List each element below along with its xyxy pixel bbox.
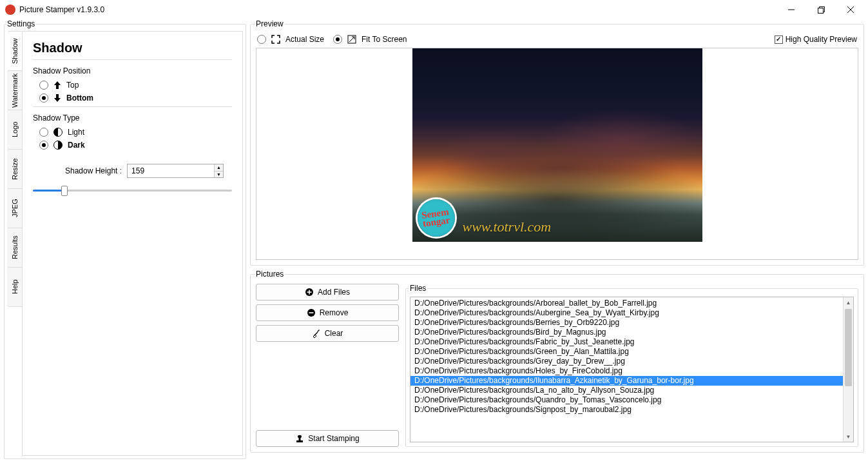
shadow-height-label: Shadow Height : [65, 166, 122, 175]
file-row[interactable]: D:/OneDrive/Pictures/backgrounds/Signpos… [410, 405, 843, 415]
start-stamping-button[interactable]: Start Stamping [256, 430, 399, 447]
preview-panel: Preview Actual Size [250, 19, 864, 266]
radio-label: Bottom [66, 94, 93, 103]
file-row[interactable]: D:/OneDrive/Pictures/backgrounds/Holes_b… [410, 366, 843, 376]
radio-icon [39, 94, 48, 103]
radio-fit-to-screen[interactable]: Fit To Screen [333, 35, 407, 44]
arrow-down-icon [53, 94, 61, 103]
tab-watermark[interactable]: Watermark [7, 70, 23, 110]
scroll-up-icon[interactable]: ▲ [844, 297, 853, 308]
high-quality-checkbox[interactable] [775, 35, 783, 44]
arrow-up-icon [53, 81, 61, 90]
file-row[interactable]: D:/OneDrive/Pictures/backgrounds/Quandro… [410, 395, 843, 405]
radio-icon [333, 35, 342, 44]
shadow-position-label: Shadow Position [33, 66, 232, 75]
divider [33, 106, 232, 107]
stamp-text: Senemtongar [421, 208, 451, 228]
radio-icon [39, 81, 48, 90]
file-row[interactable]: D:/OneDrive/Pictures/backgrounds/Arborea… [410, 299, 843, 308]
tab-jpeg[interactable]: JPEG [7, 188, 23, 228]
shadow-heading: Shadow [33, 41, 232, 55]
file-row[interactable]: D:/OneDrive/Pictures/backgrounds/Grey_da… [410, 357, 843, 366]
tab-results[interactable]: Results [7, 228, 23, 268]
svg-rect-1 [818, 8, 823, 13]
file-row[interactable]: D:/OneDrive/Pictures/backgrounds/Green_b… [410, 347, 843, 357]
radio-label: Actual Size [285, 35, 324, 44]
file-row[interactable]: D:/OneDrive/Pictures/backgrounds/Fabric_… [410, 337, 843, 347]
shadow-height-spinner[interactable]: ▲ ▼ [127, 164, 224, 178]
divider [33, 59, 232, 60]
tab-logo[interactable]: Logo [7, 110, 23, 150]
window-buttons [776, 0, 865, 19]
radio-label: Dark [68, 141, 85, 150]
files-listbox[interactable]: D:/OneDrive/Pictures/backgrounds/Arborea… [410, 297, 854, 442]
file-row[interactable]: D:/OneDrive/Pictures/backgrounds/Bird_by… [410, 328, 843, 337]
settings-legend: Settings [6, 19, 36, 28]
radio-icon [39, 141, 48, 150]
pictures-panel: Pictures Add Files Remove [250, 270, 864, 453]
tab-help[interactable]: Help [7, 267, 23, 307]
preview-image: Senemtongar www.totrvl.com [412, 48, 702, 242]
minimize-button[interactable] [776, 0, 806, 19]
svg-rect-12 [296, 440, 303, 442]
titlebar: Picture Stamper v1.9.3.0 [0, 0, 868, 19]
scrollbar[interactable]: ▲ ▼ [843, 297, 853, 442]
file-row[interactable]: D:/OneDrive/Pictures/backgrounds/Ilunaba… [410, 376, 843, 386]
app-icon [5, 5, 15, 15]
spinner-down[interactable]: ▼ [215, 172, 223, 178]
tab-shadow[interactable]: Shadow [7, 31, 23, 71]
fit-icon [347, 35, 356, 44]
shadow-height-input[interactable] [128, 164, 214, 177]
watermark-text: www.totrvl.com [463, 219, 552, 235]
button-label: Clear [325, 329, 343, 338]
radio-type-light[interactable]: Light [39, 128, 232, 137]
files-legend: Files [409, 284, 427, 293]
add-files-button[interactable]: Add Files [256, 284, 399, 300]
slider-fill [33, 190, 64, 192]
slider-thumb[interactable] [61, 186, 68, 196]
close-button[interactable] [836, 0, 865, 19]
radio-actual-size[interactable]: Actual Size [257, 35, 324, 44]
shadow-height-slider[interactable] [33, 184, 232, 196]
half-circle-dark-icon [53, 141, 63, 150]
tab-resize[interactable]: Resize [7, 149, 23, 189]
radio-label: Top [66, 81, 79, 90]
button-label: Add Files [318, 288, 350, 297]
file-row[interactable]: D:/OneDrive/Pictures/backgrounds/Berries… [410, 318, 843, 328]
preview-viewport: Senemtongar www.totrvl.com [256, 48, 858, 260]
clear-button[interactable]: Clear [256, 325, 399, 342]
pictures-legend: Pictures [255, 270, 285, 279]
maximize-button[interactable] [806, 0, 836, 19]
app-title: Picture Stamper v1.9.3.0 [19, 5, 104, 14]
app-window: Picture Stamper v1.9.3.0 Settings [0, 0, 868, 463]
radio-position-top[interactable]: Top [39, 81, 232, 90]
spinner-up[interactable]: ▲ [215, 164, 223, 172]
settings-tab-body: Shadow Shadow Position Top Bottom [22, 31, 243, 456]
broom-icon [312, 329, 321, 338]
minus-circle-icon [307, 308, 316, 317]
stamp-icon [295, 434, 304, 443]
high-quality-label: High Quality Preview [786, 35, 857, 44]
settings-panel: Settings ShadowWatermarkLogoResizeJPEGRe… [4, 19, 246, 459]
close-icon [847, 6, 854, 13]
radio-position-bottom[interactable]: Bottom [39, 94, 232, 103]
radio-icon [257, 35, 266, 44]
button-label: Remove [320, 308, 349, 317]
radio-label: Fit To Screen [362, 35, 407, 44]
remove-button[interactable]: Remove [256, 304, 399, 321]
expand-icon [271, 35, 280, 44]
button-label: Start Stamping [308, 434, 359, 443]
file-row[interactable]: D:/OneDrive/Pictures/backgrounds/Aubergi… [410, 308, 843, 318]
radio-type-dark[interactable]: Dark [39, 141, 232, 150]
file-row[interactable]: D:/OneDrive/Pictures/backgrounds/La_no_a… [410, 386, 843, 395]
radio-label: Light [68, 128, 84, 137]
svg-line-5 [349, 37, 354, 42]
minimize-icon [788, 6, 795, 13]
shadow-type-label: Shadow Type [33, 113, 232, 123]
plus-circle-icon [305, 288, 314, 297]
maximize-icon [818, 6, 825, 14]
scrollbar-thumb[interactable] [845, 309, 852, 386]
scroll-down-icon[interactable]: ▼ [844, 431, 853, 442]
half-circle-light-icon [53, 128, 63, 137]
settings-tabs: ShadowWatermarkLogoResizeJPEGResultsHelp [7, 31, 23, 456]
